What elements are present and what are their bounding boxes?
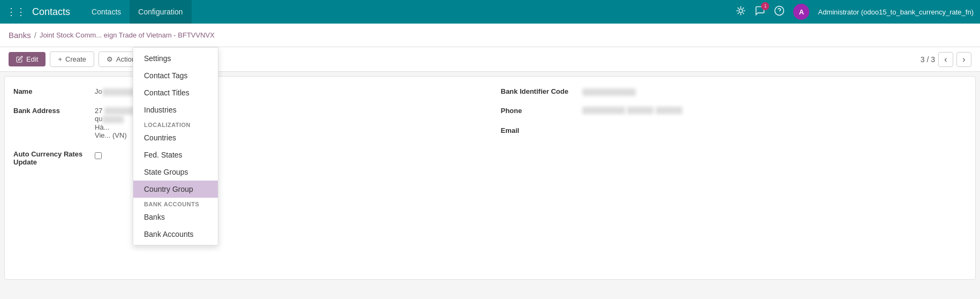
help-icon[interactable] xyxy=(774,5,785,19)
grid-icon[interactable]: ⋮⋮ xyxy=(6,6,26,18)
top-nav: Contacts Configuration xyxy=(83,0,192,24)
phone-label: Phone xyxy=(501,104,576,115)
localization-section-label: Localization xyxy=(133,118,218,129)
breadcrumb-current: Joint Stock Comm... eign Trade of Vietna… xyxy=(40,31,215,39)
auto-currency-row: Auto Currency RatesUpdate xyxy=(13,148,480,166)
auto-currency-label: Auto Currency RatesUpdate xyxy=(13,148,88,166)
nav-configuration[interactable]: Configuration xyxy=(130,0,191,24)
bank-address-label: Bank Address xyxy=(13,104,88,115)
breadcrumb-banks-link[interactable]: Banks xyxy=(9,31,31,40)
bank-id-label: Bank Identifier Code xyxy=(501,85,576,95)
chat-icon[interactable]: 1 xyxy=(755,5,765,19)
bank-id-value xyxy=(582,85,967,96)
phone-value xyxy=(582,104,967,116)
menu-country-group[interactable]: Country Group xyxy=(133,181,218,198)
nav-contacts[interactable]: Contacts xyxy=(83,0,130,24)
menu-state-groups[interactable]: State Groups xyxy=(133,163,218,181)
chat-badge: 1 xyxy=(761,2,769,10)
name-row: Name Jol xyxy=(13,85,480,96)
pagination: 3 / 3 ‹ › xyxy=(921,52,971,67)
menu-fed-states[interactable]: Fed. States xyxy=(133,146,218,163)
name-label: Name xyxy=(13,85,88,95)
phone-row: Phone xyxy=(501,104,967,116)
email-row: Email xyxy=(501,124,967,134)
auto-currency-checkbox[interactable] xyxy=(95,152,102,159)
config-dropdown-menu: Settings Contact Tags Contact Titles Ind… xyxy=(133,47,218,245)
email-label: Email xyxy=(501,124,576,134)
svg-point-0 xyxy=(739,9,743,12)
breadcrumb-bar: Banks / Joint Stock Comm... eign Trade o… xyxy=(0,24,980,47)
menu-countries[interactable]: Countries xyxy=(133,129,218,146)
pagination-text: 3 / 3 xyxy=(921,55,935,64)
edit-button[interactable]: Edit xyxy=(9,52,45,66)
create-button[interactable]: + Create xyxy=(50,51,94,67)
menu-settings[interactable]: Settings xyxy=(133,50,218,67)
breadcrumb-separator: / xyxy=(34,31,36,40)
username: Administrator (odoo15_to_bank_currency_r… xyxy=(818,8,974,16)
prev-button[interactable]: ‹ xyxy=(938,52,953,67)
bank-accounts-section-label: Bank Accounts xyxy=(133,198,218,208)
menu-industries[interactable]: Industries xyxy=(133,101,218,118)
menu-banks[interactable]: Banks xyxy=(133,208,218,226)
page-wrapper: Banks / Joint Stock Comm... eign Trade o… xyxy=(0,24,980,299)
menu-bank-accounts[interactable]: Bank Accounts xyxy=(133,226,218,243)
bank-id-row: Bank Identifier Code xyxy=(501,85,967,96)
topbar: ⋮⋮ Contacts Contacts Configuration 1 A A… xyxy=(0,0,980,24)
email-value xyxy=(582,124,967,126)
next-button[interactable]: › xyxy=(956,52,971,67)
bug-icon[interactable] xyxy=(735,5,746,19)
menu-contact-titles[interactable]: Contact Titles xyxy=(133,84,218,101)
avatar[interactable]: A xyxy=(793,4,809,20)
bank-address-row: Bank Address 27 ng Giang, qu Hà... Vie..… xyxy=(13,104,480,139)
app-name: Contacts xyxy=(32,6,70,18)
topbar-icons: 1 A Administrator (odoo15_to_bank_curren… xyxy=(735,4,974,20)
menu-contact-tags[interactable]: Contact Tags xyxy=(133,67,218,84)
